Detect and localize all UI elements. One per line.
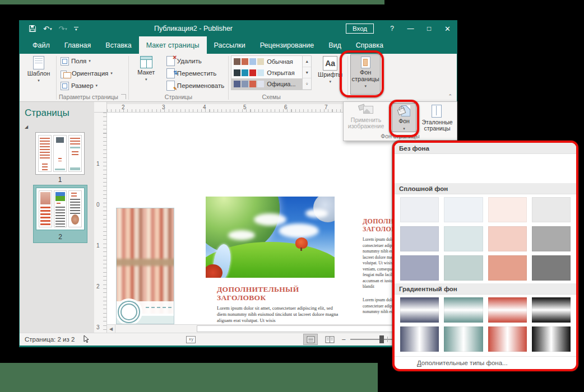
margins-button[interactable]: Поля▾ <box>59 55 114 67</box>
master-pages-icon <box>432 105 443 118</box>
gradient-header: Градиентный фон <box>395 283 576 295</box>
collapse-ribbon-icon[interactable]: ⌃ <box>448 94 452 99</box>
help-button[interactable]: ? <box>383 21 401 36</box>
scheme-chip <box>249 69 256 76</box>
landscape-image[interactable] <box>206 197 335 278</box>
move-page-icon: ⇅ <box>166 68 175 78</box>
solid-swatch[interactable] <box>400 226 439 251</box>
zoom-slider[interactable] <box>350 339 394 340</box>
layout-button[interactable]: Макет ▾ <box>131 54 161 92</box>
solid-swatch[interactable] <box>400 197 439 222</box>
master-pages-button[interactable]: Эталонные страницы <box>419 103 456 132</box>
collapse-panel-icon[interactable]: ◢ <box>20 119 94 129</box>
scrollbar-thumb[interactable] <box>197 325 393 332</box>
solid-swatch[interactable] <box>532 226 571 251</box>
scheme-option-selected[interactable]: Официа... <box>231 78 302 90</box>
chevron-down-icon: ▾ <box>329 78 331 85</box>
page-2-thumbnail[interactable] <box>36 188 85 230</box>
object-position-icon[interactable]: xy <box>186 336 196 343</box>
zoom-out-button[interactable]: − <box>341 335 346 344</box>
vertical-ruler[interactable]: 1 0 1 2 3 <box>94 113 107 333</box>
move-page-button[interactable]: ⇅ Переместить <box>165 68 226 79</box>
body-text[interactable]: Lorem ipsum dolor sit amet, consectetuer… <box>217 305 339 324</box>
chevron-down-icon: ▾ <box>38 77 40 84</box>
scheme-scrollbar: ▲ ▼ ⩒ <box>303 55 312 90</box>
pages-panel: Страницы ◢ 1 <box>20 102 94 333</box>
circle-graphic[interactable] <box>120 304 137 320</box>
fonts-button[interactable]: Aa Шрифты ▾ <box>315 54 345 92</box>
delete-page-button[interactable]: ✕ Удалить <box>165 55 226 67</box>
layout-icon <box>140 56 152 68</box>
scroll-left-icon[interactable]: ◀ <box>107 325 115 333</box>
solid-swatch[interactable] <box>488 226 527 251</box>
page-1-thumbnail[interactable] <box>35 132 85 175</box>
tab-insert[interactable]: Вставка <box>98 36 138 54</box>
solid-swatch[interactable] <box>488 255 527 281</box>
scheme-scroll-up-icon[interactable]: ▲ <box>303 56 311 67</box>
two-page-view-button[interactable] <box>322 334 337 345</box>
bookshelf-image[interactable] <box>116 208 174 324</box>
background-button[interactable]: Фон ▾ <box>392 103 416 132</box>
page-background-group: Фон страницы ▾ <box>349 54 382 101</box>
zoom-slider-thumb[interactable] <box>379 335 384 343</box>
gradient-swatch[interactable] <box>444 326 483 352</box>
page-indicator[interactable]: Страница: 2 из 2 <box>25 336 75 343</box>
status-bar: Страница: 2 из 2 xy − <box>20 333 457 347</box>
ribbon-tabs: Файл Главная Вставка Макет страницы Расс… <box>20 36 457 54</box>
page-setup-group-label: Параметры страницы <box>59 94 118 100</box>
tab-file[interactable]: Файл <box>25 36 57 54</box>
fonts-icon: Aa <box>323 56 337 71</box>
solid-swatch[interactable] <box>532 197 571 222</box>
page-1-number: 1 <box>35 176 85 184</box>
solid-swatch[interactable] <box>400 255 439 281</box>
undo-button[interactable]: ↶▾ <box>43 25 52 32</box>
scheme-chip <box>234 69 240 76</box>
scheme-option[interactable]: Обычная <box>231 56 302 67</box>
solid-swatch[interactable] <box>444 226 483 251</box>
tab-page-design[interactable]: Макет страницы <box>139 36 207 54</box>
tab-view[interactable]: Вид <box>321 36 349 54</box>
sign-in-button[interactable]: Вход <box>346 24 374 34</box>
tab-mailings[interactable]: Рассылки <box>207 36 253 54</box>
save-icon[interactable] <box>29 25 36 32</box>
page-background-button[interactable]: Фон страницы ▾ <box>350 54 381 95</box>
solid-swatch[interactable] <box>488 197 527 222</box>
background-gallery: Без фона Сплошной фон Градиентный фон До… <box>392 141 578 371</box>
apply-image-icon <box>359 105 373 116</box>
tab-review[interactable]: Рецензирование <box>253 36 322 54</box>
scheme-scroll-down-icon[interactable]: ▼ <box>303 67 311 78</box>
gradient-swatch[interactable] <box>488 326 527 352</box>
rename-page-button[interactable]: ✎ Переименовать <box>165 80 226 91</box>
ruler-corner <box>94 102 107 113</box>
gradient-swatch[interactable] <box>488 297 527 323</box>
minimize-button[interactable]: — <box>401 21 420 36</box>
no-fill-swatch[interactable] <box>395 154 576 183</box>
gradient-swatch[interactable] <box>532 297 571 323</box>
tab-help[interactable]: Справка <box>349 36 391 54</box>
gradient-swatch[interactable] <box>444 297 483 323</box>
solid-swatch[interactable] <box>444 197 483 222</box>
tab-home[interactable]: Главная <box>57 36 99 54</box>
secondary-heading[interactable]: ДОПОЛНИТЕЛЬНЫЙ ЗАГОЛОВОК <box>217 285 337 302</box>
dialog-launcher-icon[interactable] <box>121 94 126 99</box>
scheme-option[interactable]: Открытая <box>231 67 302 78</box>
maximize-button[interactable]: □ <box>420 21 438 36</box>
red-tree-graphic <box>295 237 308 249</box>
orientation-button[interactable]: Ориентация▾ <box>59 68 114 79</box>
size-button[interactable]: Размер▾ <box>59 80 114 91</box>
more-backgrounds-link[interactable]: Дополнительные типы фона... <box>395 356 576 369</box>
solid-swatch[interactable] <box>444 255 483 281</box>
scheme-more-icon[interactable]: ⩒ <box>303 78 311 90</box>
gradient-swatch-grid <box>395 295 576 354</box>
gradient-swatch[interactable] <box>532 326 571 352</box>
gradient-swatch[interactable] <box>400 326 439 352</box>
customize-qat-icon[interactable]: ▾ <box>74 27 78 31</box>
solid-swatch[interactable] <box>532 255 571 281</box>
template-button[interactable]: Шаблон ▾ <box>24 54 54 92</box>
gradient-swatch[interactable] <box>400 297 439 323</box>
scheme-chip <box>234 81 240 87</box>
close-button[interactable]: ✕ <box>438 21 457 36</box>
single-page-view-button[interactable] <box>303 334 318 345</box>
redo-button[interactable]: ↷▾ <box>58 25 67 32</box>
orientation-icon <box>61 69 69 78</box>
